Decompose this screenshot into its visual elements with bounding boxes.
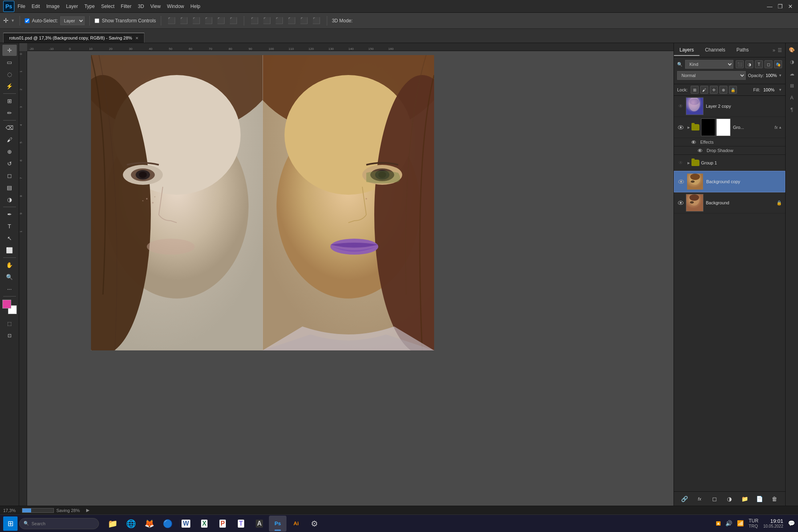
notification-icon[interactable]: 💬 (788, 520, 795, 526)
dist-left[interactable]: ⬛ (286, 16, 297, 25)
align-right[interactable]: ⬛ (228, 16, 239, 25)
marquee-tool[interactable]: ▭ (2, 57, 17, 68)
lock-position[interactable]: ✛ (710, 86, 718, 94)
group1-visibility[interactable]: 👁 (677, 159, 684, 166)
opacity-chevron[interactable]: ▼ (778, 73, 782, 77)
history-brush[interactable]: ↺ (2, 158, 17, 169)
bgcopy-visibility[interactable] (678, 178, 685, 185)
color-panel-icon[interactable]: 🎨 (787, 45, 797, 55)
dist-h[interactable]: ⬛ (298, 16, 310, 25)
color-swatches[interactable] (2, 300, 17, 314)
taskbar-word[interactable]: W (177, 516, 195, 532)
dist-v[interactable]: ⬛ (261, 16, 273, 25)
expand-panels-icon[interactable]: » (772, 47, 775, 53)
taskbar-generic-a[interactable]: A (251, 516, 268, 532)
menu-bar[interactable]: File Edit Image Layer Type Select Filter… (18, 4, 200, 9)
layer-kind-filter[interactable]: Kind Name Effect (685, 60, 733, 69)
menu-file[interactable]: File (18, 4, 25, 9)
lock-image[interactable]: 🖌 (700, 86, 708, 94)
filter-shape[interactable]: ◻ (764, 60, 772, 68)
fill-value[interactable]: 100% (763, 87, 774, 92)
taskbar-explorer[interactable]: 🌐 (122, 516, 140, 532)
align-bottom[interactable]: ⬛ (191, 16, 202, 25)
dist-bottom[interactable]: ⬛ (274, 16, 285, 25)
menu-edit[interactable]: Edit (32, 4, 40, 9)
arrow-right-btn[interactable]: ▶ (86, 508, 89, 513)
taskbar-excel[interactable]: X (196, 516, 213, 532)
align-hcenter[interactable]: ⬛ (215, 16, 227, 25)
tab-channels[interactable]: Channels (699, 45, 731, 56)
foreground-color[interactable] (2, 300, 11, 309)
system-tray-arrow[interactable]: 🔼 (716, 521, 721, 526)
lasso-tool[interactable]: ◌ (2, 69, 17, 80)
taskbar-teams[interactable]: T (232, 516, 250, 532)
menu-select[interactable]: Select (101, 4, 114, 9)
transform-checkbox[interactable] (95, 18, 99, 23)
filter-type[interactable]: T (755, 60, 763, 68)
lock-all[interactable]: 🔒 (729, 86, 737, 94)
group1-expand[interactable] (686, 160, 691, 166)
menu-image[interactable]: Image (46, 4, 59, 9)
align-vcenter[interactable]: ⬛ (178, 16, 190, 25)
layer-item-group-masked[interactable]: Gro... fx ▲ (674, 117, 785, 138)
zoom-tool[interactable]: 🔍 (2, 271, 17, 283)
dodge-tool[interactable]: ◑ (2, 194, 17, 205)
dist-top[interactable]: ⬛ (249, 16, 260, 25)
panel-menu-icon[interactable]: ☰ (778, 47, 782, 53)
blend-mode-select[interactable]: Normal Multiply Screen Overlay (677, 71, 746, 80)
crop-tool[interactable]: ⊞ (2, 95, 17, 107)
screen-mode[interactable]: ⊡ (2, 330, 17, 341)
minimize-button[interactable]: — (765, 2, 774, 11)
menu-layer[interactable]: Layer (66, 4, 78, 9)
layer-item-group1[interactable]: 👁 Group 1 (674, 155, 785, 171)
pen-tool[interactable]: ✒ (2, 209, 17, 220)
menu-window[interactable]: Window (167, 4, 184, 9)
taskbar-photoshop[interactable]: Ps (269, 516, 286, 532)
taskbar-illustrator[interactable]: Ai (287, 516, 305, 532)
bg-visibility[interactable] (677, 199, 684, 206)
lock-transparent[interactable]: ⊞ (691, 86, 699, 94)
delete-layer-btn[interactable]: 🗑 (770, 494, 779, 504)
path-select[interactable]: ↖ (2, 233, 17, 244)
taskbar-search[interactable]: 🔍 Search (19, 518, 99, 529)
new-layer-btn[interactable]: 📄 (755, 494, 764, 504)
group-expand-icon[interactable] (686, 125, 691, 130)
auto-select-dropdown[interactable]: Layer Group (60, 16, 85, 25)
type-panel-icon[interactable]: A (787, 93, 797, 103)
quick-mask[interactable]: ⬚ (2, 318, 17, 329)
tab-layers[interactable]: Layers (674, 45, 699, 56)
menu-view[interactable]: View (150, 4, 161, 9)
layer-item-background-copy[interactable]: Background copy (674, 171, 785, 192)
extra-tools[interactable]: ··· (2, 283, 17, 295)
taskbar-firefox[interactable]: 🦊 (140, 516, 158, 532)
taskbar-chrome[interactable]: 🔵 (159, 516, 176, 532)
group-masked-visibility[interactable] (677, 124, 684, 131)
quick-select-tool[interactable]: ⚡ (2, 81, 17, 92)
canvas-container[interactable] (27, 51, 674, 506)
shape-tool[interactable]: ⬜ (2, 245, 17, 256)
taskbar-files[interactable]: 📁 (104, 516, 121, 532)
lock-artboard[interactable]: ⊕ (719, 86, 727, 94)
link-layers-btn[interactable]: 🔗 (680, 494, 689, 504)
libraries-icon[interactable]: ☁ (787, 69, 797, 79)
taskbar-powerpoint[interactable]: P (214, 516, 231, 532)
effects-eye[interactable] (690, 139, 697, 145)
taskbar-clock[interactable]: 19:01 10.05.2022 (763, 518, 783, 528)
filter-pixel[interactable]: ⬛ (736, 60, 744, 68)
drop-shadow-item[interactable]: Drop Shadow (674, 146, 785, 155)
align-left[interactable]: ⬛ (203, 16, 214, 25)
effects-header[interactable]: Effects (674, 138, 785, 146)
layer-fx-btn[interactable]: fx (695, 494, 704, 504)
layer-item-layer2copy[interactable]: 👁 (674, 96, 785, 117)
menu-filter[interactable]: Filter (121, 4, 132, 9)
close-button[interactable]: ✕ (786, 2, 795, 11)
filter-smart[interactable]: 🎭 (774, 60, 782, 68)
restore-button[interactable]: ❐ (776, 2, 784, 11)
tab-paths[interactable]: Paths (731, 45, 755, 56)
document-tab[interactable]: rotus01.psd @ 17,3% (Background copy, RG… (3, 33, 144, 43)
dist-right[interactable]: ⬛ (311, 16, 322, 25)
sound-icon[interactable]: 🔊 (725, 520, 732, 526)
layer-mask-btn[interactable]: ◻ (710, 494, 719, 504)
opacity-value[interactable]: 100% (766, 73, 777, 78)
heal-tool[interactable]: ⌫ (2, 122, 17, 133)
